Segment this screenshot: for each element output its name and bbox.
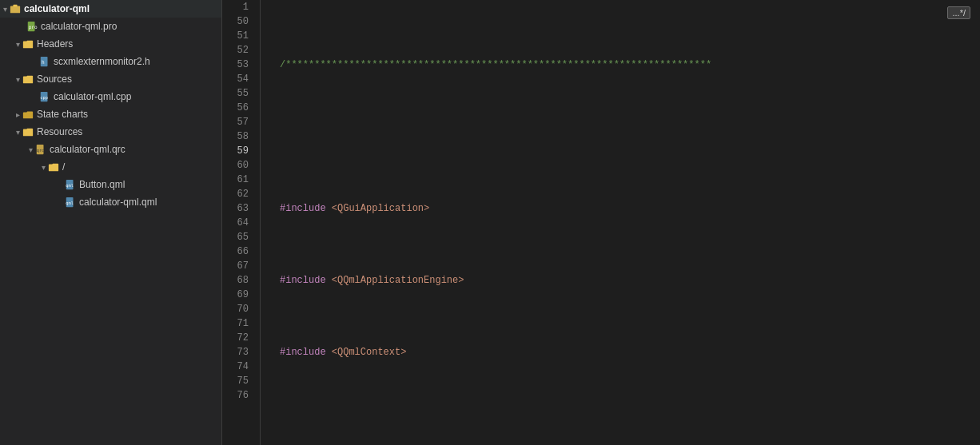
expand-arrow: ▾ bbox=[3, 5, 7, 14]
file-tree: ▾ calculator-qml pro calculator-qml.pro … bbox=[0, 0, 222, 445]
line-num-52: 52 bbox=[225, 43, 253, 58]
line-numbers: 1 50 51 52 53 54 55 56 57 58 59 60 61 62… bbox=[222, 0, 261, 445]
line-num-53: 53 bbox=[225, 58, 253, 72]
code-line-50 bbox=[270, 129, 980, 144]
sidebar-label-calculator-qml: calculator-qml bbox=[24, 3, 90, 14]
line-num-75: 75 bbox=[225, 374, 253, 388]
line-num-60: 60 bbox=[225, 158, 253, 173]
collapse-button[interactable]: ...*/ bbox=[947, 6, 970, 19]
line-num-1: 1 bbox=[225, 0, 253, 14]
sidebar-item-scxml-h[interactable]: h scxmlexternmonitor2.h bbox=[0, 53, 221, 70]
svg-rect-0 bbox=[10, 6, 20, 14]
button-qml-icon: qml bbox=[64, 178, 77, 191]
line-num-76: 76 bbox=[225, 388, 253, 403]
line-num-73: 73 bbox=[225, 345, 253, 360]
line-num-74: 74 bbox=[225, 360, 253, 374]
sidebar-item-button-qml[interactable]: qml Button.qml bbox=[0, 176, 221, 193]
line-num-55: 55 bbox=[225, 86, 253, 101]
line-num-65: 65 bbox=[225, 230, 253, 244]
line-num-70: 70 bbox=[225, 302, 253, 316]
line-num-50: 50 bbox=[225, 14, 253, 29]
expand-arrow-sources: ▾ bbox=[16, 75, 20, 84]
line-num-56: 56 bbox=[225, 101, 253, 115]
code-kw-51: #include bbox=[280, 201, 326, 216]
sidebar-label-headers: Headers bbox=[37, 38, 73, 50]
sidebar-item-resources[interactable]: ▾ Resources bbox=[0, 123, 221, 141]
pro-file-icon: pro bbox=[26, 20, 38, 33]
line-num-64: 64 bbox=[225, 216, 253, 230]
code-line-53: #include <QQmlContext> bbox=[270, 345, 980, 360]
line-num-66: 66 bbox=[225, 244, 253, 259]
line-num-59: 59 bbox=[225, 144, 253, 158]
resources-folder-icon bbox=[22, 125, 34, 138]
sidebar-label-slash: / bbox=[62, 161, 65, 173]
sidebar-label-button-qml: Button.qml bbox=[79, 179, 125, 190]
line-num-58: 58 bbox=[225, 129, 253, 144]
line-num-57: 57 bbox=[225, 115, 253, 129]
calc-qml-icon: qml bbox=[64, 196, 77, 209]
sidebar-label-sources: Sources bbox=[37, 74, 72, 85]
sidebar-label-calc-qml: calculator-qml.qml bbox=[79, 197, 157, 208]
line-num-71: 71 bbox=[225, 316, 253, 331]
code-container: 1 50 51 52 53 54 55 56 57 58 59 60 61 62… bbox=[222, 0, 980, 445]
h-file-icon: h bbox=[38, 55, 51, 68]
expand-arrow-statecharts: ▸ bbox=[16, 110, 20, 119]
sidebar-item-calculator-qml-qml[interactable]: qml calculator-qml.qml bbox=[0, 193, 221, 211]
code-editor: ...*/ 1 50 51 52 53 54 55 56 57 58 59 60… bbox=[222, 0, 980, 445]
expand-arrow-slash: ▾ bbox=[42, 163, 46, 172]
line-num-62: 62 bbox=[225, 187, 253, 201]
line-num-63: 63 bbox=[225, 201, 253, 216]
sidebar-item-qrc[interactable]: ▾ qrc calculator-qml.qrc bbox=[0, 141, 221, 158]
code-line-1: /***************************************… bbox=[270, 58, 980, 72]
sidebar-item-calculator-qml[interactable]: ▾ calculator-qml bbox=[0, 0, 221, 18]
sources-folder-icon bbox=[22, 73, 34, 85]
line-num-72: 72 bbox=[225, 331, 253, 345]
sidebar-item-slash[interactable]: ▾ / bbox=[0, 158, 221, 176]
sidebar-label-scxml-h: scxmlexternmonitor2.h bbox=[54, 56, 150, 67]
qrc-file-icon: qrc bbox=[34, 143, 47, 156]
svg-text:qml: qml bbox=[66, 201, 73, 206]
line-num-69: 69 bbox=[225, 288, 253, 302]
sidebar-item-sources[interactable]: ▾ Sources bbox=[0, 70, 221, 88]
code-kw-52: #include bbox=[280, 273, 326, 288]
cpp-file-icon: cpp bbox=[38, 90, 51, 103]
svg-text:pro: pro bbox=[29, 24, 38, 30]
line-num-68: 68 bbox=[225, 273, 253, 288]
line-num-67: 67 bbox=[225, 259, 253, 273]
expand-arrow-resources: ▾ bbox=[16, 128, 20, 137]
code-line-51: #include <QGuiApplication> bbox=[270, 201, 980, 216]
code-line-54 bbox=[270, 417, 980, 431]
expand-arrow-qrc: ▾ bbox=[29, 145, 33, 154]
svg-text:qrc: qrc bbox=[37, 148, 44, 153]
code-lines: /***************************************… bbox=[261, 0, 980, 445]
svg-text:qml: qml bbox=[66, 183, 73, 189]
sidebar-item-state-charts[interactable]: ▸ State charts bbox=[0, 105, 221, 123]
line-num-54: 54 bbox=[225, 72, 253, 86]
sidebar-label-cpp: calculator-qml.cpp bbox=[54, 91, 131, 102]
line-num-51: 51 bbox=[225, 29, 253, 43]
line-num-61: 61 bbox=[225, 173, 253, 187]
statecharts-folder-icon bbox=[22, 108, 34, 121]
code-text-1: /***************************************… bbox=[280, 58, 711, 72]
code-kw-53: #include bbox=[280, 345, 326, 360]
slash-folder-icon bbox=[47, 161, 60, 173]
sidebar-item-cpp[interactable]: cpp calculator-qml.cpp bbox=[0, 88, 221, 105]
sidebar-label-pro: calculator-qml.pro bbox=[41, 21, 117, 32]
svg-text:cpp: cpp bbox=[40, 95, 47, 101]
project-icon bbox=[9, 2, 22, 15]
svg-rect-1 bbox=[13, 5, 17, 7]
sidebar-label-resources: Resources bbox=[37, 126, 82, 137]
sidebar-label-qrc: calculator-qml.qrc bbox=[50, 144, 125, 155]
code-line-52: #include <QQmlApplicationEngine> bbox=[270, 273, 980, 288]
sidebar-item-headers[interactable]: ▾ Headers bbox=[0, 35, 221, 53]
sidebar-item-pro[interactable]: pro calculator-qml.pro bbox=[0, 18, 221, 35]
sidebar-label-state-charts: State charts bbox=[37, 109, 88, 120]
expand-arrow-headers: ▾ bbox=[16, 40, 20, 49]
svg-text:h: h bbox=[42, 59, 45, 65]
headers-folder-icon bbox=[22, 38, 34, 50]
